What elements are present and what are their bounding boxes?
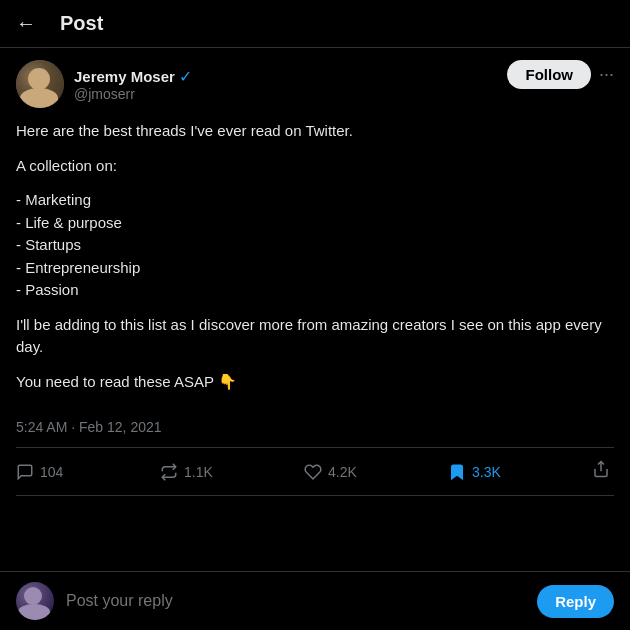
- follow-button[interactable]: Follow: [507, 60, 591, 89]
- reply-avatar: [16, 582, 54, 620]
- share-stat[interactable]: [592, 460, 614, 483]
- stats-row: 104 1.1K 4.2K: [16, 448, 614, 496]
- bookmark-icon: [448, 463, 466, 481]
- more-options-button[interactable]: ···: [599, 64, 614, 85]
- bookmark-stat[interactable]: 3.3K: [448, 463, 592, 481]
- author-name-row: Jeremy Moser ✓: [74, 67, 192, 86]
- post-line-3: - Marketing - Life & purpose - Startups …: [16, 189, 614, 302]
- post-line-5: You need to read these ASAP 👇: [16, 371, 614, 394]
- author-info: Jeremy Moser ✓ @jmoserr: [74, 67, 192, 102]
- comment-stat[interactable]: 104: [16, 463, 160, 481]
- back-button[interactable]: ←: [16, 12, 36, 35]
- reply-bar: Reply: [0, 571, 630, 630]
- reply-button[interactable]: Reply: [537, 585, 614, 618]
- bookmark-count: 3.3K: [472, 464, 501, 480]
- author-handle[interactable]: @jmoserr: [74, 86, 192, 102]
- reply-input[interactable]: [66, 592, 525, 610]
- page-title: Post: [60, 12, 103, 35]
- post-content: Here are the best threads I've ever read…: [16, 120, 614, 393]
- author-row: Jeremy Moser ✓ @jmoserr Follow ···: [16, 60, 614, 108]
- like-count: 4.2K: [328, 464, 357, 480]
- retweet-icon: [160, 463, 178, 481]
- retweet-count: 1.1K: [184, 464, 213, 480]
- share-icon: [592, 460, 610, 483]
- retweet-stat[interactable]: 1.1K: [160, 463, 304, 481]
- comment-count: 104: [40, 464, 63, 480]
- like-icon: [304, 463, 322, 481]
- header: ← Post: [0, 0, 630, 48]
- like-stat[interactable]: 4.2K: [304, 463, 448, 481]
- verified-badge-icon: ✓: [179, 67, 192, 86]
- author-right: Follow ···: [507, 60, 614, 89]
- post-line-4: I'll be adding to this list as I discove…: [16, 314, 614, 359]
- post-line-2: A collection on:: [16, 155, 614, 178]
- author-left: Jeremy Moser ✓ @jmoserr: [16, 60, 192, 108]
- post-line-1: Here are the best threads I've ever read…: [16, 120, 614, 143]
- post-container: Jeremy Moser ✓ @jmoserr Follow ··· Here …: [0, 48, 630, 508]
- comment-icon: [16, 463, 34, 481]
- back-icon: ←: [16, 12, 36, 35]
- author-name[interactable]: Jeremy Moser: [74, 68, 175, 85]
- avatar[interactable]: [16, 60, 64, 108]
- timestamp: 5:24 AM · Feb 12, 2021: [16, 407, 614, 448]
